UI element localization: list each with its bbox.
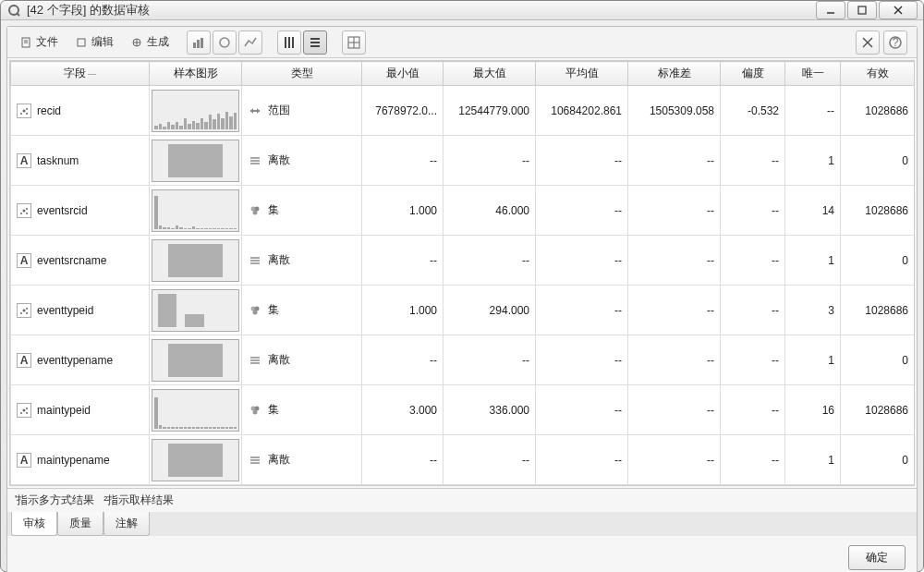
edit-menu[interactable]: 编辑	[68, 31, 120, 54]
type-icon	[248, 303, 262, 318]
minimize-button[interactable]	[816, 1, 845, 19]
cell-valid: 0	[841, 335, 915, 385]
svg-point-43	[26, 208, 28, 210]
cell-min: --	[362, 335, 444, 385]
col-skew[interactable]: 偏度	[721, 62, 785, 86]
view-bars-icon[interactable]	[277, 30, 301, 55]
svg-point-33	[26, 113, 28, 115]
cell-stddev: --	[628, 335, 721, 385]
generate-label: 生成	[147, 34, 169, 50]
type-icon	[248, 203, 262, 218]
cell-type: 离散	[242, 435, 362, 485]
chart-icon-2[interactable]	[213, 30, 237, 55]
col-type[interactable]: 类型	[242, 62, 362, 86]
svg-point-44	[26, 213, 28, 214]
toolbar-right: ?	[856, 30, 911, 55]
maximize-button[interactable]	[847, 1, 877, 19]
cell-skew: --	[721, 385, 785, 435]
cell-unique: 3	[785, 286, 841, 335]
svg-text:A: A	[20, 255, 29, 266]
cell-field: Aeventsrcname	[11, 236, 150, 286]
cell-mean: --	[536, 286, 628, 335]
type-icon	[248, 403, 262, 418]
help-icon[interactable]: ?	[883, 30, 907, 55]
cell-valid: 1028686	[841, 86, 915, 136]
cell-mean: --	[536, 385, 628, 435]
ok-button[interactable]: 确定	[848, 545, 906, 570]
cell-type: 范围	[242, 86, 362, 136]
close-button[interactable]	[879, 1, 918, 19]
svg-rect-14	[197, 40, 200, 48]
col-mean[interactable]: 平均值	[536, 62, 628, 86]
cell-field: eventsrcid	[11, 186, 150, 236]
col-stddev[interactable]: 标准差	[628, 62, 721, 86]
type-label: 集	[268, 302, 279, 318]
chart-icon-1[interactable]	[187, 30, 211, 55]
field-kind-icon: A	[17, 253, 31, 268]
cell-max: --	[444, 435, 536, 485]
cell-sample	[150, 335, 242, 385]
svg-point-58	[253, 310, 258, 314]
dialog-close-icon[interactable]	[856, 30, 880, 55]
cell-unique: 1	[785, 136, 841, 186]
footer-notes: '指示多方式结果 ²指示取样结果	[7, 488, 917, 512]
table-row[interactable]: eventtypeid集1.000294.000------31028686	[11, 286, 915, 335]
cell-skew: -0.532	[721, 86, 785, 136]
col-min[interactable]: 最小值	[362, 62, 444, 86]
table-row[interactable]: Atasknum离散----------10	[11, 136, 915, 186]
cell-field: eventtypeid	[11, 286, 150, 335]
cell-stddev: --	[628, 186, 721, 236]
chart-icon-group	[183, 30, 266, 55]
cell-field: Aeventtypename	[11, 335, 150, 385]
cell-stddev: --	[628, 286, 721, 335]
tab-quality[interactable]: 质量	[57, 512, 103, 536]
table-row[interactable]: eventsrcid集1.00046.000------141028686	[11, 186, 915, 236]
col-sample[interactable]: 样本图形	[150, 62, 242, 86]
cell-valid: 1028686	[841, 186, 915, 236]
type-label: 离散	[268, 252, 290, 268]
cell-skew: --	[721, 186, 785, 236]
table-scroll[interactable]: 字段— 样本图形 类型 最小值 最大值 平均值 标准差 偏度 唯一 有效 rec	[10, 61, 914, 485]
tab-annotations[interactable]: 注解	[103, 512, 150, 536]
header-row: 字段— 样本图形 类型 最小值 最大值 平均值 标准差 偏度 唯一 有效	[11, 62, 915, 86]
cell-valid: 0	[841, 435, 915, 485]
cell-stddev: --	[628, 435, 721, 485]
window-controls	[816, 1, 918, 19]
chart-icon-3[interactable]	[238, 30, 262, 55]
inner-panel: 文件 编辑 生成	[6, 26, 918, 572]
cell-min: 7678972.0...	[362, 86, 444, 136]
col-max[interactable]: 最大值	[444, 62, 536, 86]
window-title: [42 个字段] 的数据审核	[27, 2, 816, 18]
cell-min: --	[362, 136, 444, 186]
cell-min: --	[362, 435, 444, 485]
table-row[interactable]: recid范围7678972.0...12544779.00010684202.…	[11, 86, 915, 136]
cell-mean: --	[536, 335, 628, 385]
tab-audit[interactable]: 审核	[11, 512, 57, 536]
cell-sample	[150, 136, 242, 186]
bottom-tabs: 审核 质量 注解	[7, 512, 917, 536]
field-name: tasknum	[37, 154, 79, 167]
table-row[interactable]: Aeventsrcname离散----------10	[11, 236, 915, 286]
file-menu[interactable]: 文件	[13, 31, 65, 54]
svg-marker-35	[250, 108, 253, 114]
cell-valid: 0	[841, 136, 915, 186]
svg-point-63	[23, 408, 26, 411]
table-row[interactable]: maintypeid集3.000336.000------161028686	[11, 385, 915, 435]
cell-mean: --	[536, 435, 628, 485]
type-icon	[248, 453, 262, 468]
table-row[interactable]: Amaintypename离散----------10	[11, 435, 915, 485]
table-row[interactable]: Aeventtypename离散----------10	[11, 335, 915, 385]
svg-point-65	[26, 408, 28, 409]
col-field[interactable]: 字段—	[11, 62, 150, 86]
field-name: eventtypeid	[37, 304, 93, 317]
cell-type: 离散	[242, 335, 362, 385]
col-unique[interactable]: 唯一	[785, 62, 841, 86]
grid-icon[interactable]	[342, 30, 366, 55]
type-label: 集	[268, 202, 279, 218]
cell-type: 集	[242, 385, 362, 435]
file-label: 文件	[36, 34, 58, 50]
col-valid[interactable]: 有效	[841, 62, 915, 86]
generate-menu[interactable]: 生成	[124, 31, 176, 54]
titlebar[interactable]: [42 个字段] 的数据审核	[1, 1, 923, 20]
view-list-icon[interactable]	[303, 30, 327, 55]
